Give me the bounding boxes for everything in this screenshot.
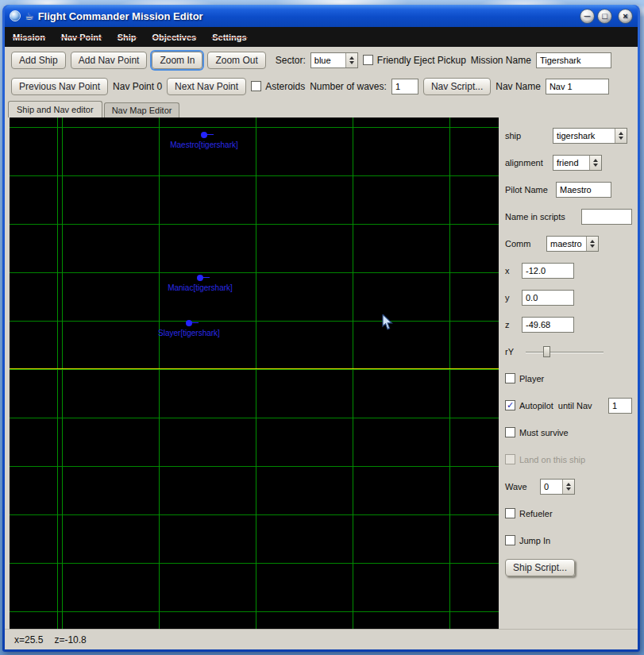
combo-arrows-icon[interactable] <box>345 53 357 67</box>
combo-arrows-icon[interactable] <box>562 480 574 494</box>
maximize-icon: □ <box>602 12 607 21</box>
menu-item-mission[interactable]: Mission <box>13 33 45 42</box>
ship-select[interactable]: tigershark <box>553 128 627 144</box>
tabstrip: Ship and Nav editor Nav Map Editor <box>5 99 638 118</box>
wave-select[interactable]: 0 <box>540 479 575 495</box>
menu-item-settings[interactable]: Settings <box>212 33 246 42</box>
ship-dot-icon <box>186 320 192 326</box>
ship-label: Slayer[tigershark] <box>158 329 220 337</box>
menu-item-ship[interactable]: Ship <box>118 33 137 42</box>
combo-arrows-icon[interactable] <box>586 237 598 251</box>
sector-value: blue <box>311 53 345 67</box>
app-icon <box>10 10 21 21</box>
ship-heading-icon <box>191 322 199 323</box>
x-label: x <box>505 266 522 275</box>
tab-ship-and-nav-editor[interactable]: Ship and Nav editor <box>8 101 102 118</box>
until-nav-input[interactable] <box>608 398 632 414</box>
checkbox-box <box>505 454 515 464</box>
checkbox-box[interactable] <box>505 508 515 518</box>
checkbox-box[interactable]: ✓ <box>505 400 515 410</box>
autopilot-label: Autopilot <box>519 401 553 410</box>
ship-dot-icon <box>201 132 207 138</box>
combo-arrows-icon[interactable] <box>615 129 627 143</box>
menubar: Mission Nav Point Ship Objectives Settin… <box>5 27 638 47</box>
ship-label: Maestro[tigershark] <box>170 141 238 149</box>
x-input[interactable] <box>522 263 574 279</box>
y-input[interactable] <box>522 290 574 306</box>
pilot-name-input[interactable] <box>556 182 611 198</box>
app-window: ☕ Flight Commander Mission Editor ─ □ × … <box>2 5 640 652</box>
zoom-out-button[interactable]: Zoom Out <box>207 52 265 69</box>
waves-input[interactable] <box>391 79 418 94</box>
status-x: x=25.5 <box>14 634 43 645</box>
previous-nav-button[interactable]: Previous Nav Point <box>11 78 108 95</box>
waves-label: Number of waves: <box>310 81 387 92</box>
statusbar: x=25.5 z=-10.8 <box>5 629 638 649</box>
ship-dot-icon <box>197 275 203 281</box>
must-survive-checkbox[interactable]: Must survive <box>505 427 569 437</box>
ship-script-button[interactable]: Ship Script... <box>505 559 575 576</box>
maximize-button[interactable]: □ <box>597 9 612 24</box>
sector-select[interactable]: blue <box>310 52 358 68</box>
checkbox-box[interactable] <box>505 373 515 383</box>
close-icon: × <box>623 12 627 21</box>
asteroids-checkbox[interactable]: Asteroids <box>251 81 305 92</box>
z-label: z <box>505 320 522 329</box>
checkbox-box[interactable] <box>363 55 373 65</box>
titlebar[interactable]: ☕ Flight Commander Mission Editor ─ □ × <box>5 5 638 27</box>
mission-name-label: Mission Name <box>471 55 531 66</box>
refueler-checkbox[interactable]: Refueler <box>505 508 553 518</box>
tab-nav-map-editor[interactable]: Nav Map Editor <box>104 102 180 118</box>
player-label: Player <box>519 374 544 383</box>
ry-label: rY <box>505 347 526 356</box>
map-axis-line <box>10 368 499 369</box>
ry-slider[interactable] <box>526 345 604 358</box>
asteroids-label: Asteroids <box>265 81 305 92</box>
ship-label-text: ship <box>505 131 553 141</box>
slider-thumb[interactable] <box>543 346 550 357</box>
z-input[interactable] <box>522 317 574 333</box>
player-checkbox[interactable]: Player <box>505 373 544 383</box>
y-label: y <box>505 293 522 302</box>
nav-name-input[interactable] <box>546 79 609 94</box>
window-controls: ─ □ × <box>580 9 633 24</box>
friendly-eject-checkbox[interactable]: Friendly Eject Pickup <box>363 55 466 66</box>
scripts-name-input[interactable] <box>581 209 632 225</box>
must-survive-label: Must survive <box>519 428 569 437</box>
mission-name-input[interactable] <box>536 52 611 68</box>
checkbox-box[interactable] <box>505 427 515 437</box>
add-nav-point-button[interactable]: Add Nav Point <box>71 52 148 69</box>
next-nav-button[interactable]: Next Nav Point <box>167 78 246 95</box>
toolbar-row-2: Previous Nav Point Nav Point 0 Next Nav … <box>5 73 638 99</box>
java-icon: ☕ <box>25 10 34 22</box>
minimize-icon: ─ <box>584 12 591 21</box>
add-ship-button[interactable]: Add Ship <box>11 52 66 69</box>
alignment-select[interactable]: friend <box>553 155 602 171</box>
minimize-button[interactable]: ─ <box>580 9 595 24</box>
close-button[interactable]: × <box>618 9 633 24</box>
alignment-value: friend <box>553 156 589 170</box>
nav-name-label: Nav Name <box>496 81 541 92</box>
zoom-in-button[interactable]: Zoom In <box>152 52 202 69</box>
autopilot-checkbox[interactable]: ✓ Autopilot <box>505 400 553 410</box>
nav-script-button[interactable]: Nav Script... <box>423 78 491 95</box>
combo-arrows-icon[interactable] <box>589 156 601 170</box>
pilot-name-label: Pilot Name <box>505 185 556 195</box>
wave-label: Wave <box>505 482 540 491</box>
nav-map-canvas[interactable]: Maestro[tigershark] Maniac[tigershark] S… <box>10 118 499 629</box>
jump-in-checkbox[interactable]: Jump In <box>505 535 550 545</box>
nav-point-label: Nav Point 0 <box>113 81 162 92</box>
menu-item-nav-point[interactable]: Nav Point <box>61 33 102 42</box>
ship-value: tigershark <box>553 129 615 143</box>
slider-track <box>526 352 604 353</box>
checkbox-box[interactable] <box>505 535 515 545</box>
desktop: ☕ Flight Commander Mission Editor ─ □ × … <box>0 0 644 655</box>
sector-label: Sector: <box>276 55 306 66</box>
land-on-ship-checkbox: Land on this ship <box>505 454 585 464</box>
mouse-cursor <box>382 314 394 331</box>
comm-select[interactable]: maestro <box>546 236 599 252</box>
menu-item-objectives[interactable]: Objectives <box>152 33 197 42</box>
ship-label: Maniac[tigershark] <box>168 283 233 292</box>
window-body: Mission Nav Point Ship Objectives Settin… <box>5 27 638 649</box>
checkbox-box[interactable] <box>251 81 261 91</box>
